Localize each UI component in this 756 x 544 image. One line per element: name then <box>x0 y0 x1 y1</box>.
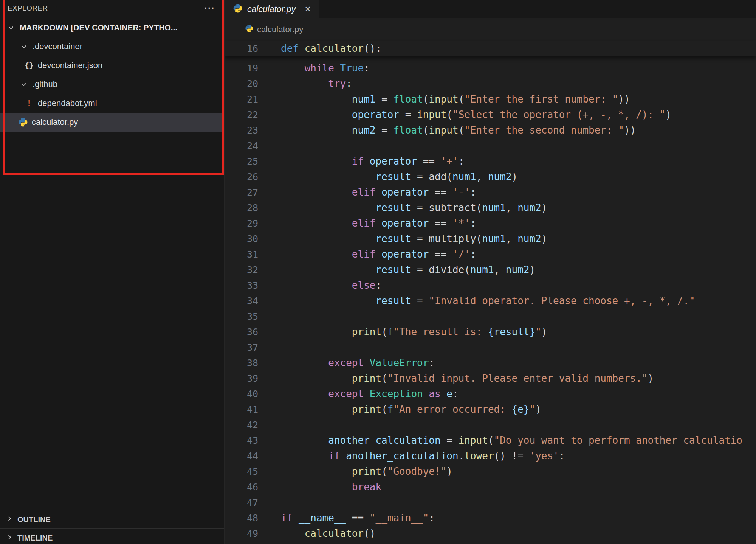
tree-item-calculator-py[interactable]: calculator.py <box>0 113 224 132</box>
code-line-30[interactable]: 30 result = multiply(num1, num2) <box>225 231 756 247</box>
code-text: def calculator(): <box>281 41 381 56</box>
more-actions-button[interactable]: ··· <box>204 3 215 13</box>
line-number[interactable]: 48 <box>225 510 281 526</box>
line-number[interactable]: 41 <box>225 402 281 417</box>
line-number[interactable]: 44 <box>225 448 281 464</box>
line-number[interactable]: 24 <box>225 138 281 154</box>
code-line-44[interactable]: 44 if another_calculation.lower() != 'ye… <box>225 448 756 464</box>
code-line-34[interactable]: 34 result = "Invalid operator. Please ch… <box>225 293 756 309</box>
code-line-49[interactable]: 49 calculator() <box>225 526 756 541</box>
line-number[interactable]: 40 <box>225 386 281 402</box>
line-number[interactable]: 36 <box>225 324 281 340</box>
tab-calculator-py[interactable]: calculator.py × <box>225 0 319 18</box>
line-number[interactable]: 38 <box>225 355 281 371</box>
code-line-41[interactable]: 41 print(f"An error occurred: {e}") <box>225 402 756 417</box>
token-kw: while <box>305 62 334 74</box>
token-st: '*' <box>452 218 470 229</box>
tree-item--github[interactable]: .github <box>0 75 224 94</box>
line-number[interactable]: 33 <box>225 278 281 293</box>
tree-item-devcontainer-json[interactable]: {}devcontainer.json <box>0 56 224 75</box>
token-kw2: f <box>387 404 393 415</box>
token-pl: , <box>494 264 506 275</box>
code-line-45[interactable]: 45 print("Goodbye!") <box>225 464 756 479</box>
code-line-42[interactable]: 42 <box>225 417 756 433</box>
tree-item-label: calculator.py <box>32 117 78 127</box>
code-area[interactable]: 1819 while True:20 try:21 num1 = float(i… <box>225 56 756 544</box>
code-line-33[interactable]: 33 else: <box>225 278 756 293</box>
line-number[interactable]: 49 <box>225 526 281 541</box>
line-number[interactable]: 47 <box>225 495 281 510</box>
code-line-29[interactable]: 29 elif operator == '*': <box>225 216 756 231</box>
line-number[interactable]: 18 <box>225 56 281 61</box>
line-number[interactable]: 37 <box>225 340 281 355</box>
token-pl <box>375 187 381 198</box>
line-number[interactable]: 39 <box>225 371 281 386</box>
code-line-21[interactable]: 21 num1 = float(input("Enter the first n… <box>225 92 756 107</box>
line-number[interactable]: 34 <box>225 293 281 309</box>
code-line-46[interactable]: 46 break <box>225 479 756 495</box>
code-line-43[interactable]: 43 another_calculation = input("Do you w… <box>225 433 756 448</box>
line-number[interactable]: 42 <box>225 417 281 433</box>
token-va: another_calculation <box>328 435 440 446</box>
line-number[interactable]: 45 <box>225 464 281 479</box>
token-pl: : <box>559 450 565 462</box>
line-number[interactable]: 27 <box>225 185 281 200</box>
line-number[interactable]: 21 <box>225 92 281 107</box>
code-line-47[interactable]: 47 <box>225 495 756 510</box>
token-pl: = <box>399 109 417 120</box>
workspace-root-item[interactable]: MARKDOWN [DEV CONTAINER: PYTHO... <box>0 18 224 37</box>
line-number[interactable]: 20 <box>225 76 281 92</box>
sticky-line-16[interactable]: 16def calculator(): <box>225 41 756 56</box>
line-number[interactable]: 19 <box>225 61 281 76</box>
line-number[interactable]: 35 <box>225 309 281 324</box>
token-va: num1 <box>352 93 376 105</box>
code-line-26[interactable]: 26 result = add(num1, num2) <box>225 169 756 185</box>
tree-item-dependabot-yml[interactable]: !dependabot.yml <box>0 94 224 113</box>
line-number[interactable]: 43 <box>225 433 281 448</box>
line-number[interactable]: 26 <box>225 169 281 185</box>
code-line-20[interactable]: 20 try: <box>225 76 756 92</box>
token-pl: = subtract( <box>411 202 482 213</box>
code-line-18[interactable]: 18 <box>225 56 756 61</box>
code-line-24[interactable]: 24 <box>225 138 756 154</box>
token-kw: try <box>328 78 346 89</box>
indent-guide <box>305 309 305 324</box>
code-line-39[interactable]: 39 print("Invalid input. Please enter va… <box>225 371 756 386</box>
timeline-panel-header[interactable]: TIMELINE <box>0 528 224 544</box>
code-line-27[interactable]: 27 elif operator == '-': <box>225 185 756 200</box>
token-va: another_calculation <box>346 450 458 462</box>
line-number[interactable]: 22 <box>225 107 281 123</box>
code-line-19[interactable]: 19 while True: <box>225 61 756 76</box>
code-line-40[interactable]: 40 except Exception as e: <box>225 386 756 402</box>
line-number[interactable]: 23 <box>225 123 281 138</box>
line-number[interactable]: 16 <box>225 41 281 56</box>
code-line-37[interactable]: 37 <box>225 340 756 355</box>
tree-item--devcontainer[interactable]: .devcontainer <box>0 37 224 56</box>
line-number[interactable]: 32 <box>225 262 281 278</box>
code-line-23[interactable]: 23 num2 = float(input("Enter the second … <box>225 123 756 138</box>
code-line-48[interactable]: 48if __name__ == "__main__": <box>225 510 756 526</box>
code-line-38[interactable]: 38 except ValueError: <box>225 355 756 371</box>
line-number[interactable]: 46 <box>225 479 281 495</box>
code-line-32[interactable]: 32 result = divide(num1, num2) <box>225 262 756 278</box>
outline-panel-header[interactable]: OUTLINE <box>0 510 224 528</box>
token-pl: )) <box>624 124 636 136</box>
code-line-28[interactable]: 28 result = subtract(num1, num2) <box>225 200 756 216</box>
code-line-35[interactable]: 35 <box>225 309 756 324</box>
code-line-22[interactable]: 22 operator = input("Select the operator… <box>225 107 756 123</box>
line-number[interactable]: 25 <box>225 154 281 169</box>
chevron-right-icon <box>6 515 13 524</box>
close-tab-icon[interactable]: × <box>305 4 311 14</box>
line-number[interactable]: 50 <box>225 541 281 544</box>
code-line-31[interactable]: 31 elif operator == '/': <box>225 247 756 262</box>
indent-guide <box>281 293 281 309</box>
indent-guide <box>305 417 305 433</box>
line-number[interactable]: 29 <box>225 216 281 231</box>
line-number[interactable]: 28 <box>225 200 281 216</box>
line-number[interactable]: 30 <box>225 231 281 247</box>
breadcrumb-item-calculator-py[interactable]: calculator.py <box>245 24 303 35</box>
code-line-36[interactable]: 36 print(f"The result is: {result}") <box>225 324 756 340</box>
code-line-25[interactable]: 25 if operator == '+': <box>225 154 756 169</box>
line-number[interactable]: 31 <box>225 247 281 262</box>
code-line-50[interactable]: 50 <box>225 541 756 544</box>
